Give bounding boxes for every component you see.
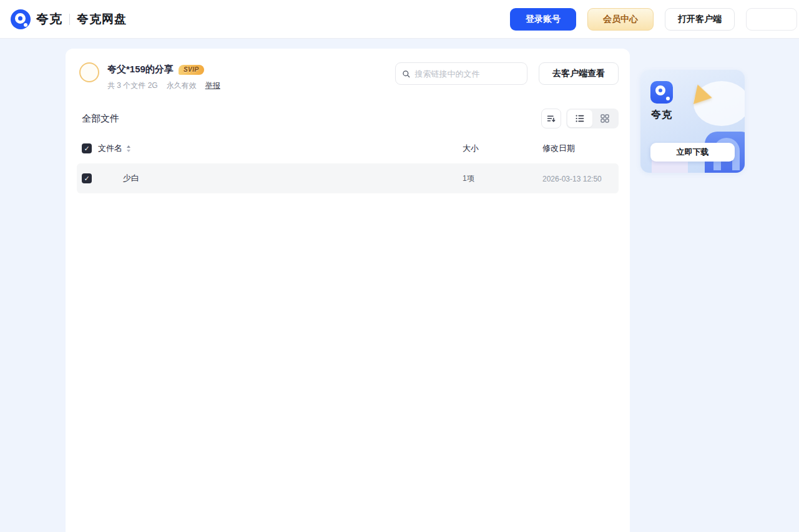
open-client-button[interactable]: 打开客户端 — [665, 8, 735, 31]
quark-app-icon-ring — [655, 85, 665, 95]
file-modified-date: 2026-03-13 12:50 — [542, 175, 602, 183]
share-header: 夸父*159的分享 SVIP 共 3 个文件 2G 永久有效 举报 — [66, 49, 630, 91]
check-icon: ✓ — [84, 175, 89, 182]
share-validity: 永久有效 — [167, 80, 197, 91]
column-header-size: 大小 — [463, 143, 479, 153]
grid-view-icon — [600, 114, 610, 123]
share-info: 夸父*159的分享 SVIP 共 3 个文件 2G 永久有效 举报 — [107, 62, 220, 91]
sort-order-button[interactable] — [541, 109, 561, 128]
quark-logo-ring — [15, 13, 26, 24]
svip-badge: SVIP — [179, 65, 204, 75]
search-input[interactable] — [414, 69, 521, 79]
share-file-count: 共 3 个文件 2G — [107, 80, 158, 91]
view-mode-toggle — [566, 109, 619, 128]
share-tools: 去客户端查看 — [395, 62, 619, 85]
quark-app-icon-dot — [666, 97, 670, 100]
files-toolbar: 全部文件 — [66, 109, 630, 128]
promo-app-name: 夸克 — [651, 109, 672, 122]
file-table: ✓ 文件名 大小 修改日期 ✓ 少白 1项 2026-03-13 12:50 — [66, 137, 630, 193]
quark-logo-icon[interactable] — [11, 9, 31, 29]
share-panel: 夸父*159的分享 SVIP 共 3 个文件 2G 永久有效 举报 — [66, 49, 630, 532]
select-all-checkbox[interactable]: ✓ — [82, 143, 92, 153]
extra-button[interactable] — [746, 8, 797, 31]
table-header-row: ✓ 文件名 大小 修改日期 — [77, 137, 619, 160]
section-title: 全部文件 — [82, 113, 119, 125]
report-link[interactable]: 举报 — [205, 80, 220, 91]
download-now-button[interactable]: 立即下载 — [650, 143, 735, 162]
top-header: 夸克 夸克网盘 登录账号 会员中心 打开客户端 — [0, 0, 799, 39]
sort-desc-icon — [127, 150, 130, 152]
list-view-icon — [575, 114, 585, 123]
brand-divider — [69, 14, 70, 25]
app-download-card: 夸克 立即下载 — [640, 70, 745, 173]
table-row[interactable]: ✓ 少白 1项 2026-03-13 12:50 — [77, 163, 619, 193]
share-title: 夸父*159的分享 — [107, 64, 174, 75]
search-icon — [402, 69, 410, 79]
row-checkbox[interactable]: ✓ — [82, 173, 92, 183]
brand-name: 夸克 — [36, 11, 62, 27]
share-meta: 共 3 个文件 2G 永久有效 举报 — [107, 80, 220, 91]
list-view-button[interactable] — [567, 110, 592, 127]
column-header-modified: 修改日期 — [542, 143, 575, 153]
file-size: 1项 — [463, 174, 474, 183]
grid-view-button[interactable] — [592, 110, 617, 127]
name-sort-carets[interactable] — [127, 145, 130, 152]
sort-icon — [546, 114, 556, 123]
sort-asc-icon — [127, 145, 130, 148]
product-name: 夸克网盘 — [77, 11, 127, 27]
search-box[interactable] — [395, 62, 527, 85]
view-in-client-button[interactable]: 去客户端查看 — [539, 62, 619, 85]
file-name[interactable]: 少白 — [123, 173, 139, 184]
check-icon: ✓ — [84, 145, 89, 152]
page-body: 夸父*159的分享 SVIP 共 3 个文件 2G 永久有效 举报 — [0, 39, 799, 532]
login-button[interactable]: 登录账号 — [510, 8, 576, 31]
column-header-name[interactable]: 文件名 — [98, 143, 122, 154]
quark-app-icon — [650, 81, 673, 104]
vip-center-button[interactable]: 会员中心 — [587, 8, 654, 31]
header-actions: 登录账号 会员中心 打开客户端 — [510, 8, 799, 31]
quark-logo-dot — [24, 23, 27, 27]
sharer-avatar — [79, 62, 99, 82]
